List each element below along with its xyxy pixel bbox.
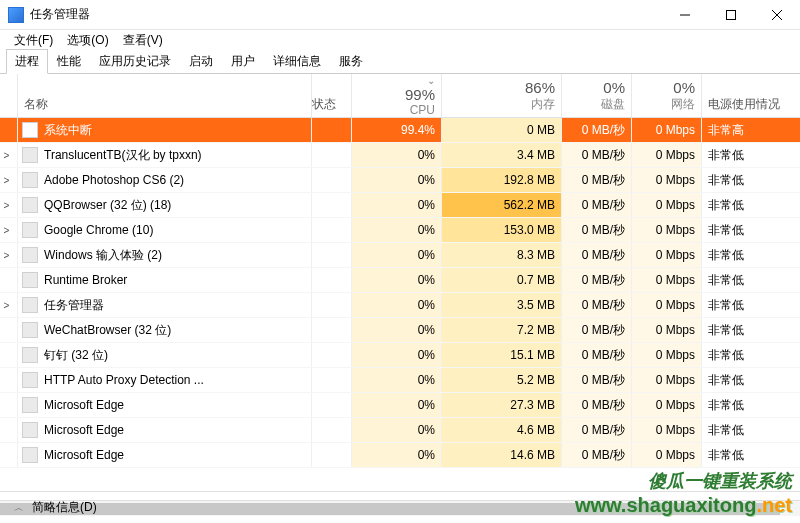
table-row[interactable]: >Windows 输入体验 (2)0%8.3 MB0 MB/秒0 Mbps非常低: [0, 243, 800, 268]
tab-1[interactable]: 性能: [48, 49, 90, 74]
col-name[interactable]: 名称: [18, 74, 312, 117]
col-disk[interactable]: 0% 磁盘: [562, 74, 632, 117]
table-row[interactable]: 系统中断99.4%0 MB0 MB/秒0 Mbps非常高: [0, 118, 800, 143]
net-label: 网络: [632, 96, 695, 113]
tab-0[interactable]: 进程: [6, 49, 48, 74]
status-cell: [312, 268, 352, 292]
process-name: Windows 输入体验 (2): [44, 247, 162, 264]
process-icon: [22, 322, 38, 338]
process-name: Runtime Broker: [44, 273, 127, 287]
status-cell: [312, 243, 352, 267]
expand-toggle[interactable]: >: [0, 193, 18, 217]
power-cell: 非常低: [702, 268, 800, 292]
table-row[interactable]: Microsoft Edge0%14.6 MB0 MB/秒0 Mbps非常低: [0, 443, 800, 468]
col-status-label: 状态: [312, 96, 351, 113]
table-row[interactable]: >任务管理器0%3.5 MB0 MB/秒0 Mbps非常低: [0, 293, 800, 318]
cpu-cell: 0%: [352, 268, 442, 292]
col-cpu[interactable]: ⌄ 99% CPU: [352, 74, 442, 117]
mem-pct: 86%: [442, 79, 555, 96]
cpu-pct: 99%: [352, 86, 435, 103]
tab-6[interactable]: 服务: [330, 49, 372, 74]
cpu-cell: 0%: [352, 443, 442, 467]
expand-toggle[interactable]: >: [0, 293, 18, 317]
network-cell: 0 Mbps: [632, 143, 702, 167]
table-row[interactable]: >QQBrowser (32 位) (18)0%562.2 MB0 MB/秒0 …: [0, 193, 800, 218]
disk-pct: 0%: [562, 79, 625, 96]
power-cell: 非常低: [702, 343, 800, 367]
disk-cell: 0 MB/秒: [562, 318, 632, 342]
expand-toggle[interactable]: >: [0, 218, 18, 242]
expand-toggle: [0, 118, 18, 142]
cpu-cell: 0%: [352, 143, 442, 167]
status-cell: [312, 393, 352, 417]
memory-cell: 4.6 MB: [442, 418, 562, 442]
tab-4[interactable]: 用户: [222, 49, 264, 74]
col-status[interactable]: 状态: [312, 74, 352, 117]
col-power[interactable]: 电源使用情况: [702, 74, 800, 117]
network-cell: 0 Mbps: [632, 443, 702, 467]
memory-cell: 27.3 MB: [442, 393, 562, 417]
menu-view[interactable]: 查看(V): [117, 31, 169, 50]
process-name: Microsoft Edge: [44, 398, 124, 412]
menu-file[interactable]: 文件(F): [8, 31, 59, 50]
power-cell: 非常低: [702, 293, 800, 317]
status-cell: [312, 318, 352, 342]
tab-bar: 进程性能应用历史记录启动用户详细信息服务: [0, 50, 800, 74]
network-cell: 0 Mbps: [632, 243, 702, 267]
table-row[interactable]: Microsoft Edge0%4.6 MB0 MB/秒0 Mbps非常低: [0, 418, 800, 443]
table-row[interactable]: 钉钉 (32 位)0%15.1 MB0 MB/秒0 Mbps非常低: [0, 343, 800, 368]
expand-toggle: [0, 393, 18, 417]
process-name-cell: 钉钉 (32 位): [18, 343, 312, 367]
disk-cell: 0 MB/秒: [562, 168, 632, 192]
table-row[interactable]: Runtime Broker0%0.7 MB0 MB/秒0 Mbps非常低: [0, 268, 800, 293]
expand-toggle[interactable]: >: [0, 168, 18, 192]
expand-toggle[interactable]: >: [0, 243, 18, 267]
power-cell: 非常低: [702, 418, 800, 442]
expand-toggle[interactable]: >: [0, 143, 18, 167]
minimize-button[interactable]: [662, 0, 708, 30]
power-cell: 非常低: [702, 143, 800, 167]
process-name: 钉钉 (32 位): [44, 347, 108, 364]
disk-cell: 0 MB/秒: [562, 293, 632, 317]
fewer-details-button[interactable]: 简略信息(D): [32, 499, 97, 516]
process-name-cell: QQBrowser (32 位) (18): [18, 193, 312, 217]
process-icon: [22, 122, 38, 138]
table-row[interactable]: >TranslucentTB(汉化 by tpxxn)0%3.4 MB0 MB/…: [0, 143, 800, 168]
process-icon: [22, 297, 38, 313]
power-cell: 非常低: [702, 368, 800, 392]
status-cell: [312, 418, 352, 442]
process-name: Microsoft Edge: [44, 423, 124, 437]
disk-label: 磁盘: [562, 96, 625, 113]
table-row[interactable]: >Adobe Photoshop CS6 (2)0%192.8 MB0 MB/秒…: [0, 168, 800, 193]
title-bar: 任务管理器: [0, 0, 800, 30]
col-expand: [0, 74, 18, 117]
table-row[interactable]: Microsoft Edge0%27.3 MB0 MB/秒0 Mbps非常低: [0, 393, 800, 418]
col-memory[interactable]: 86% 内存: [442, 74, 562, 117]
process-icon: [22, 422, 38, 438]
tab-3[interactable]: 启动: [180, 49, 222, 74]
tab-2[interactable]: 应用历史记录: [90, 49, 180, 74]
network-cell: 0 Mbps: [632, 293, 702, 317]
expand-toggle: [0, 343, 18, 367]
disk-cell: 0 MB/秒: [562, 393, 632, 417]
tab-5[interactable]: 详细信息: [264, 49, 330, 74]
table-row[interactable]: HTTP Auto Proxy Detection ...0%5.2 MB0 M…: [0, 368, 800, 393]
power-cell: 非常高: [702, 118, 800, 142]
power-cell: 非常低: [702, 318, 800, 342]
col-network[interactable]: 0% 网络: [632, 74, 702, 117]
chevron-up-icon[interactable]: ︿: [14, 501, 24, 515]
network-cell: 0 Mbps: [632, 368, 702, 392]
process-icon: [22, 372, 38, 388]
maximize-button[interactable]: [708, 0, 754, 30]
power-cell: 非常低: [702, 168, 800, 192]
disk-cell: 0 MB/秒: [562, 193, 632, 217]
app-icon: [8, 7, 24, 23]
process-name: 任务管理器: [44, 297, 104, 314]
close-button[interactable]: [754, 0, 800, 30]
expand-toggle: [0, 268, 18, 292]
table-row[interactable]: WeChatBrowser (32 位)0%7.2 MB0 MB/秒0 Mbps…: [0, 318, 800, 343]
menu-options[interactable]: 选项(O): [61, 31, 114, 50]
table-row[interactable]: >Google Chrome (10)0%153.0 MB0 MB/秒0 Mbp…: [0, 218, 800, 243]
power-label: 电源使用情况: [708, 96, 800, 113]
power-cell: 非常低: [702, 193, 800, 217]
